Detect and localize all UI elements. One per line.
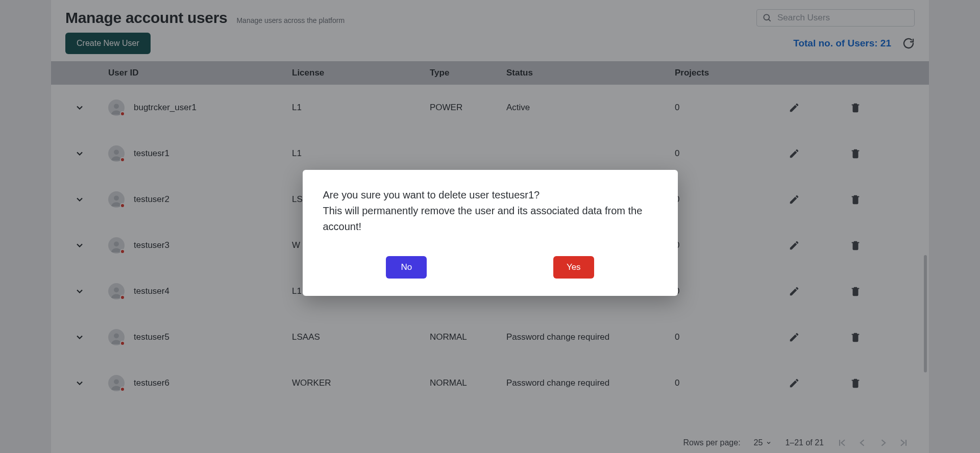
confirm-delete-modal: Are you sure you want to delete user tes…	[303, 170, 678, 296]
modal-no-button[interactable]: No	[386, 256, 427, 279]
modal-overlay[interactable]: Are you sure you want to delete user tes…	[0, 0, 980, 453]
modal-message-line1: Are you sure you want to delete user tes…	[323, 187, 657, 203]
modal-message-line2: This will permanently remove the user an…	[323, 203, 657, 235]
modal-yes-button[interactable]: Yes	[553, 256, 594, 279]
